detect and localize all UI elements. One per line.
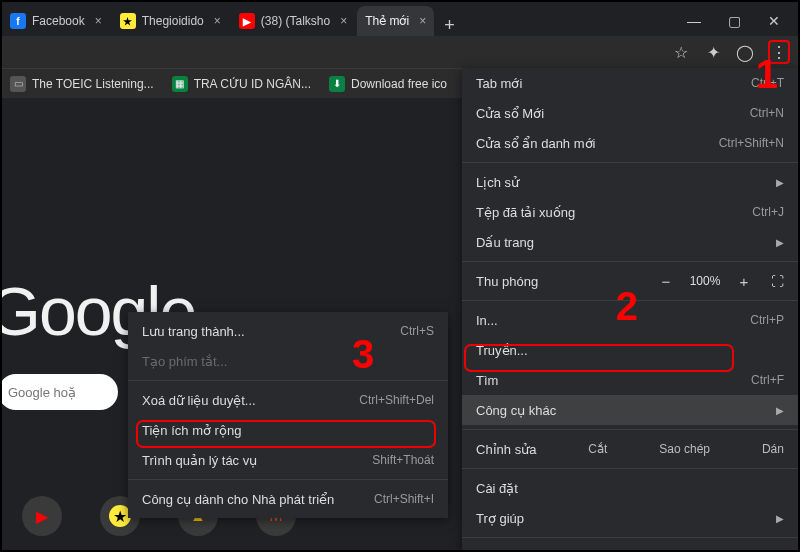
menu-zoom: Thu phóng − 100% + ⛶ — [462, 266, 798, 296]
zoom-out-button[interactable]: − — [657, 273, 675, 290]
toolbar: ☆ ✦ ◯ ⋮ — [2, 36, 798, 68]
menu-print[interactable]: In...Ctrl+P — [462, 305, 798, 335]
close-button[interactable]: ✕ — [754, 6, 794, 36]
menu-settings[interactable]: Cài đặt — [462, 473, 798, 503]
zoom-value: 100% — [685, 274, 725, 288]
submenu-create-shortcut: Tạo phím tắt... — [128, 346, 448, 376]
maximize-button[interactable]: ▢ — [714, 6, 754, 36]
sheets-icon: ▦ — [172, 76, 188, 92]
close-icon[interactable]: × — [95, 14, 102, 28]
tab-title: Thegioidido — [142, 14, 204, 28]
menu-exit[interactable]: Thoát — [462, 542, 798, 552]
paste-button[interactable]: Dán — [762, 442, 784, 456]
separator — [462, 162, 798, 163]
menu-find[interactable]: TìmCtrl+F — [462, 365, 798, 395]
menu-downloads[interactable]: Tệp đã tải xuốngCtrl+J — [462, 197, 798, 227]
separator — [462, 300, 798, 301]
menu-more-tools[interactable]: Công cụ khác▶ — [462, 395, 798, 425]
bookmark-label: TRA CỨU ID NGÂN... — [194, 77, 311, 91]
tab-title: Thẻ mới — [365, 14, 409, 28]
submenu-task-manager[interactable]: Trình quản lý tác vụShift+Thoát — [128, 445, 448, 475]
extensions-icon[interactable]: ✦ — [704, 43, 722, 61]
close-icon[interactable]: × — [214, 14, 221, 28]
facebook-icon: f — [10, 13, 26, 29]
shortcut-youtube[interactable]: ▶ — [22, 496, 62, 536]
tab-title: (38) (Talksho — [261, 14, 330, 28]
menu-incognito[interactable]: Cửa sổ ẩn danh mớiCtrl+Shift+N — [462, 128, 798, 158]
separator — [462, 261, 798, 262]
tab-thegioidido[interactable]: ★ Thegioidido × — [112, 6, 229, 36]
youtube-icon: ▶ — [239, 13, 255, 29]
bookmark-item[interactable]: ▦ TRA CỨU ID NGÂN... — [172, 76, 311, 92]
more-menu-button[interactable]: ⋮ — [768, 40, 790, 64]
bookmark-label: The TOEIC Listening... — [32, 77, 154, 91]
download-icon: ⬇ — [329, 76, 345, 92]
menu-help[interactable]: Trợ giúp▶ — [462, 503, 798, 533]
close-icon[interactable]: × — [340, 14, 347, 28]
chrome-main-menu: Tab mớiCtrl+T Cửa sổ MớiCtrl+N Cửa sổ ẩn… — [462, 68, 798, 552]
cut-button[interactable]: Cắt — [588, 442, 607, 456]
tab-title: Facebook — [32, 14, 85, 28]
tab-youtube[interactable]: ▶ (38) (Talksho × — [231, 6, 355, 36]
bookmark-item[interactable]: ⬇ Download free ico — [329, 76, 447, 92]
bookmark-label: Download free ico — [351, 77, 447, 91]
submenu-clear-data[interactable]: Xoá dữ liệu duyệt...Ctrl+Shift+Del — [128, 385, 448, 415]
browser-tab-strip: f Facebook × ★ Thegioidido × ▶ (38) (Tal… — [2, 2, 798, 36]
site-icon: ★ — [120, 13, 136, 29]
menu-new-tab[interactable]: Tab mớiCtrl+T — [462, 68, 798, 98]
submenu-dev-tools[interactable]: Công cụ dành cho Nhà phát triểnCtrl+Shif… — [128, 484, 448, 514]
menu-new-window[interactable]: Cửa sổ MớiCtrl+N — [462, 98, 798, 128]
page-icon: ▭ — [10, 76, 26, 92]
tab-new[interactable]: Thẻ mới × — [357, 6, 434, 36]
copy-button[interactable]: Sao chép — [659, 442, 710, 456]
edit-label: Chỉnh sửa — [476, 442, 536, 457]
separator — [462, 537, 798, 538]
zoom-in-button[interactable]: + — [735, 273, 753, 290]
separator — [128, 479, 448, 480]
tab-facebook[interactable]: f Facebook × — [2, 6, 110, 36]
separator — [462, 429, 798, 430]
window-controls: — ▢ ✕ — [674, 6, 798, 36]
submenu-extensions[interactable]: Tiện ích mở rộng — [128, 415, 448, 445]
fullscreen-icon[interactable]: ⛶ — [771, 274, 784, 289]
separator — [462, 468, 798, 469]
menu-bookmarks[interactable]: Dấu trang▶ — [462, 227, 798, 257]
submenu-save-page[interactable]: Lưu trang thành...Ctrl+S — [128, 316, 448, 346]
menu-history[interactable]: Lịch sử▶ — [462, 167, 798, 197]
zoom-label: Thu phóng — [476, 274, 647, 289]
profile-icon[interactable]: ◯ — [736, 43, 754, 61]
close-icon[interactable]: × — [419, 14, 426, 28]
search-input[interactable]: Google hoặ — [0, 374, 118, 410]
menu-cast[interactable]: Truyền... — [462, 335, 798, 365]
bookmark-item[interactable]: ▭ The TOEIC Listening... — [10, 76, 154, 92]
separator — [128, 380, 448, 381]
star-icon[interactable]: ☆ — [672, 43, 690, 61]
more-tools-submenu: Lưu trang thành...Ctrl+S Tạo phím tắt...… — [128, 312, 448, 518]
new-tab-button[interactable]: + — [436, 15, 463, 36]
menu-edit-row: Chỉnh sửa Cắt Sao chép Dán — [462, 434, 798, 464]
minimize-button[interactable]: — — [674, 6, 714, 36]
